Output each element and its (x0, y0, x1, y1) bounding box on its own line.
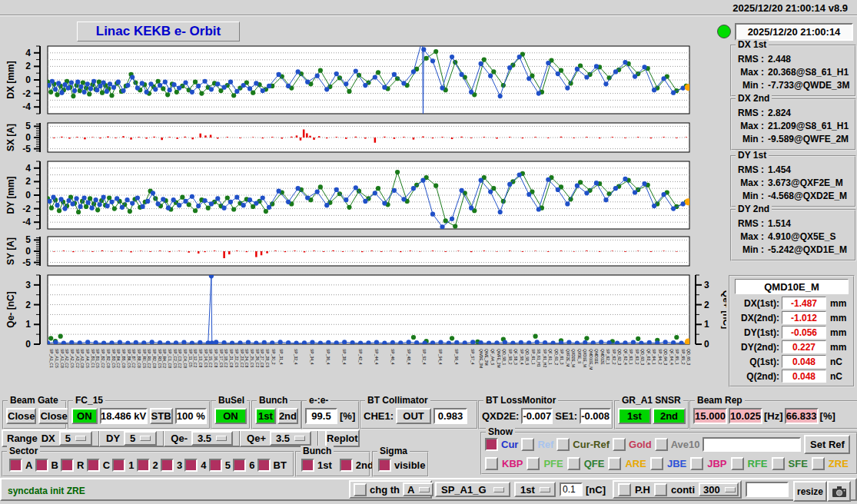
range-qem-select[interactable]: 3.5 (191, 431, 233, 446)
sector-item-3[interactable]: 3 (161, 459, 182, 472)
sector-item-1[interactable]: 1 (112, 459, 134, 472)
x-axis-label: SP_B6_C5 (127, 349, 131, 368)
sector-item-a[interactable]: A (9, 459, 32, 472)
show-sfe-checkbox[interactable] (772, 457, 785, 470)
x-axis-label: SP_B4_C2 (116, 349, 121, 368)
sector-item-2[interactable]: 2 (137, 459, 158, 472)
x-axis-label: SP_A4_C5 (85, 349, 90, 368)
show-zre-checkbox[interactable] (812, 457, 825, 470)
x-axis-label: SP_B1_C1 (91, 349, 95, 368)
bt-collimator-out-button[interactable]: OUT (396, 408, 431, 424)
show-gold-checkbox[interactable] (613, 438, 626, 451)
mode-select[interactable]: A (403, 482, 433, 496)
x-axis-label: SP_28_C5 (265, 349, 270, 367)
sector-bt-checkbox[interactable] (257, 459, 271, 472)
x-axis-label: QF_63_4 (646, 349, 651, 365)
range-dx-select[interactable]: 5 (59, 431, 92, 446)
x-axis-label: SP_65_2 (681, 349, 686, 365)
bt-collimator-value: 0.983 (433, 408, 467, 424)
set-ref-button[interactable]: Set Ref (804, 435, 850, 454)
sector-item-4[interactable]: 4 (184, 459, 206, 472)
chg-th-checkbox[interactable] (354, 483, 367, 496)
x-axis-label: QXF2E_M (566, 349, 570, 366)
sector-item-b[interactable]: B (35, 459, 58, 472)
bunch-2nd-button[interactable]: 2nd (277, 408, 298, 424)
stats-row: Max :4.910@QX5E_S (733, 230, 855, 244)
bunch-select[interactable]: 1st (514, 482, 556, 497)
range-dy-select[interactable]: 5 (124, 431, 157, 446)
busel-on-button[interactable]: ON (214, 408, 247, 424)
option-menu-dash-icon (540, 487, 550, 492)
sector-r-checkbox[interactable] (61, 459, 74, 472)
x-axis-label: QD_58_5 (525, 349, 530, 365)
threshold-input[interactable] (560, 482, 583, 496)
screenshot-button[interactable] (827, 481, 851, 502)
bunch-2nd-checkbox[interactable] (340, 459, 353, 472)
show-cur-label: Cur (501, 439, 518, 450)
fc15-stb-button[interactable]: STB (150, 408, 173, 424)
bunch-filter-1st[interactable]: 1st (301, 459, 332, 472)
show-cur-checkbox[interactable] (485, 438, 498, 451)
svg-text:-4: -4 (22, 217, 31, 227)
show-rfe-checkbox[interactable] (731, 457, 744, 470)
stats-row: Min :-4.568@QXD2E_M (733, 190, 855, 203)
extra-input[interactable] (746, 482, 789, 497)
sp-select[interactable]: SP_A1_G (435, 482, 510, 497)
show-qfe-checkbox[interactable] (567, 457, 580, 470)
x-axis-label: SP_A3_C8 (80, 349, 85, 368)
show-curref-checkbox[interactable] (556, 438, 570, 451)
sector-1-checkbox[interactable] (112, 459, 125, 472)
show-ref-checkbox[interactable] (521, 438, 534, 451)
show-kbp-checkbox[interactable] (485, 457, 498, 470)
option-menu-dash-icon (75, 436, 86, 441)
sector-a-checkbox[interactable] (9, 459, 22, 472)
x-axis-label: SP_14_C5 (204, 349, 208, 367)
beam-gate-close-button-2[interactable]: Close (38, 408, 68, 424)
show-are-checkbox[interactable] (608, 457, 621, 470)
resize-button[interactable]: resize (793, 481, 827, 502)
replot-button[interactable]: Replot (325, 429, 359, 447)
sector-item-6[interactable]: 6 (233, 459, 254, 472)
sector-5-checkbox[interactable] (209, 459, 222, 472)
bunch-1st-checkbox[interactable] (301, 459, 314, 472)
snsr-1st-button[interactable]: 1st (618, 408, 651, 424)
x-axis-label: SP_64_2 (658, 349, 663, 365)
range-qep-select[interactable]: 3.5 (270, 431, 311, 446)
svg-text:DX [mm]: DX [mm] (5, 61, 16, 98)
sector-6-checkbox[interactable] (233, 459, 246, 472)
sector-c-checkbox[interactable] (87, 459, 100, 472)
sector-3-checkbox[interactable] (161, 459, 174, 472)
sector-4-checkbox[interactable] (184, 459, 198, 472)
ee-ratio-group: e-:e- 99.5 [%] (301, 400, 360, 429)
sector-item-r[interactable]: R (61, 459, 84, 472)
show-jbe-checkbox[interactable] (650, 457, 663, 470)
sector-item-bt[interactable]: BT (257, 459, 287, 472)
beam-gate-close-button-1[interactable]: Close (6, 408, 36, 424)
x-axis-label: SP_23_C2 (240, 349, 244, 367)
sector-item-5[interactable]: 5 (209, 459, 231, 472)
stats-row: Min :-9.589@QWFE_2M (733, 133, 855, 146)
bunch-1st-button[interactable]: 1st (255, 408, 276, 424)
sector-2-checkbox[interactable] (137, 459, 150, 472)
stats-dy2-title: DY 2nd (736, 204, 772, 214)
show-ave10-checkbox[interactable] (655, 438, 668, 451)
stats-dx2-title: DX 2nd (736, 93, 772, 104)
snsr-2nd-button[interactable]: 2nd (653, 408, 686, 424)
status-bar: syncdata init ZRE chg th A SP_A1_G 1st [… (0, 478, 857, 501)
conti-checkbox[interactable] (654, 483, 667, 496)
monitor-title: QMD10E_M (735, 279, 849, 294)
ph-checkbox[interactable] (618, 483, 631, 496)
points-select[interactable]: 300 (699, 482, 739, 496)
x-axis-label: SP_21_C8 (229, 349, 234, 367)
sector-b-checkbox[interactable] (35, 459, 48, 472)
sector-item-c[interactable]: C (87, 459, 110, 472)
x-axis-label: QD_65_3 (686, 349, 691, 365)
show-jbp-checkbox[interactable] (690, 457, 703, 470)
bunch-filter-2nd[interactable]: 2nd (340, 459, 374, 472)
threshold-unit: [nC] (586, 484, 606, 496)
fc15-on-button[interactable]: ON (71, 408, 98, 424)
ref-name-input[interactable] (703, 437, 801, 452)
sigma-visible-checkbox[interactable] (378, 459, 391, 472)
show-pfe-checkbox[interactable] (526, 457, 540, 470)
x-axis-label: SP_A1_C5 (55, 349, 59, 368)
